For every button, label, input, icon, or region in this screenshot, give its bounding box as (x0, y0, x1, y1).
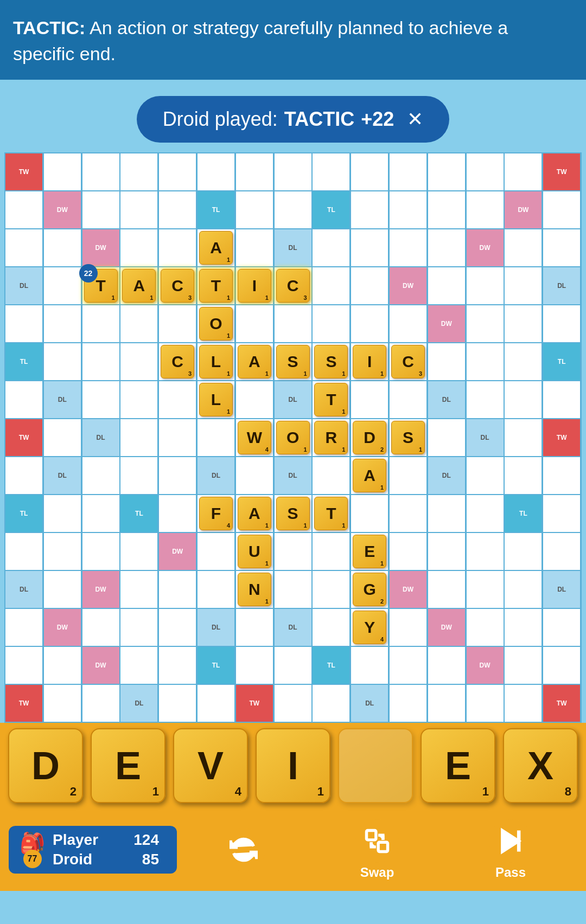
board-cell-7-12[interactable]: DL (467, 419, 504, 456)
board-cell-9-3[interactable]: TL (120, 495, 157, 532)
board-cell-12-3[interactable] (120, 609, 157, 646)
board-cell-5-4[interactable]: C3 (159, 343, 196, 380)
board-cell-9-7[interactable]: S1 (275, 495, 311, 532)
board-cell-7-13[interactable] (505, 419, 542, 456)
board-cell-9-2[interactable] (82, 495, 119, 532)
board-cell-12-10[interactable] (390, 609, 426, 646)
board-cell-3-14[interactable]: DL (543, 267, 580, 304)
board-cell-12-2[interactable] (82, 609, 119, 646)
board-cell-5-0[interactable]: TL (5, 343, 42, 380)
board-cell-9-13[interactable]: TL (505, 495, 542, 532)
board-cell-5-8[interactable]: S1 (313, 343, 349, 380)
board-cell-12-6[interactable] (236, 609, 273, 646)
board-cell-3-11[interactable] (428, 267, 465, 304)
board-cell-2-10[interactable] (390, 229, 426, 266)
board-cell-3-6[interactable]: I1 (236, 267, 273, 304)
board-cell-6-4[interactable] (159, 381, 196, 418)
board-cell-7-2[interactable]: DL (82, 419, 119, 456)
board-cell-14-9[interactable]: DL (351, 685, 388, 722)
rack-tile-2[interactable]: V4 (173, 728, 248, 803)
board-cell-4-7[interactable] (275, 305, 311, 342)
board-cell-12-0[interactable] (5, 609, 42, 646)
board-cell-13-11[interactable] (428, 647, 465, 684)
rack-tile-3[interactable]: I1 (256, 728, 330, 803)
board-cell-3-0[interactable]: DL (5, 267, 42, 304)
board-cell-7-4[interactable] (159, 419, 196, 456)
board-cell-12-4[interactable] (159, 609, 196, 646)
board-cell-13-8[interactable]: TL (313, 647, 349, 684)
board-cell-12-14[interactable] (543, 609, 580, 646)
board-cell-11-1[interactable] (44, 571, 81, 608)
board-cell-11-13[interactable] (505, 571, 542, 608)
board-cell-4-6[interactable] (236, 305, 273, 342)
board-cell-8-12[interactable] (467, 457, 504, 494)
rack-tile-6[interactable]: X8 (503, 728, 578, 803)
board-cell-5-5[interactable]: L1 (198, 343, 234, 380)
board-cell-13-3[interactable] (120, 647, 157, 684)
board-cell-6-9[interactable] (351, 381, 388, 418)
board-cell-8-5[interactable]: DL (198, 457, 234, 494)
rack-tile-4[interactable] (338, 728, 413, 803)
board-cell-8-1[interactable]: DL (44, 457, 81, 494)
board-cell-8-4[interactable] (159, 457, 196, 494)
board-cell-14-14[interactable]: TW (543, 685, 580, 722)
board-cell-8-0[interactable] (5, 457, 42, 494)
board-cell-2-14[interactable] (543, 229, 580, 266)
board-cell-13-10[interactable] (390, 647, 426, 684)
board-cell-1-9[interactable] (351, 191, 388, 228)
board-cell-4-0[interactable] (5, 305, 42, 342)
board-cell-14-11[interactable] (428, 685, 465, 722)
board-cell-4-14[interactable] (543, 305, 580, 342)
board-cell-7-11[interactable] (428, 419, 465, 456)
board-cell-11-5[interactable] (198, 571, 234, 608)
board-cell-13-12[interactable]: DW (467, 647, 504, 684)
board-cell-11-7[interactable] (275, 571, 311, 608)
board-cell-0-7[interactable] (275, 153, 311, 190)
board-cell-1-0[interactable] (5, 191, 42, 228)
board-cell-4-3[interactable] (120, 305, 157, 342)
board-cell-3-4[interactable]: C3 (159, 267, 196, 304)
board-cell-6-12[interactable] (467, 381, 504, 418)
board-cell-2-12[interactable]: DW (467, 229, 504, 266)
board-cell-4-5[interactable]: O1 (198, 305, 234, 342)
board-cell-12-12[interactable] (467, 609, 504, 646)
board-cell-9-14[interactable] (543, 495, 580, 532)
board-cell-7-8[interactable]: R1 (313, 419, 349, 456)
board-cell-4-1[interactable] (44, 305, 81, 342)
board-cell-3-1[interactable] (44, 267, 81, 304)
board-cell-3-7[interactable]: C3 (275, 267, 311, 304)
board-cell-2-7[interactable]: DL (275, 229, 311, 266)
board-cell-7-6[interactable]: W4 (236, 419, 273, 456)
board-cell-2-11[interactable] (428, 229, 465, 266)
board-cell-7-3[interactable] (120, 419, 157, 456)
board-cell-1-12[interactable] (467, 191, 504, 228)
board-cell-5-3[interactable] (120, 343, 157, 380)
board-cell-8-13[interactable] (505, 457, 542, 494)
board-cell-10-14[interactable] (543, 533, 580, 570)
board-cell-6-10[interactable] (390, 381, 426, 418)
board-cell-8-8[interactable] (313, 457, 349, 494)
board-cell-3-13[interactable] (505, 267, 542, 304)
board-cell-14-1[interactable] (44, 685, 81, 722)
board-cell-11-11[interactable] (428, 571, 465, 608)
board-cell-5-7[interactable]: S1 (275, 343, 311, 380)
board-cell-9-6[interactable]: A1 (236, 495, 273, 532)
board-cell-10-6[interactable]: U1 (236, 533, 273, 570)
board-cell-5-14[interactable]: TL (543, 343, 580, 380)
board-cell-11-10[interactable]: DW (390, 571, 426, 608)
board-cell-5-2[interactable] (82, 343, 119, 380)
board-cell-1-3[interactable] (120, 191, 157, 228)
board-cell-5-6[interactable]: A1 (236, 343, 273, 380)
board-cell-1-14[interactable] (543, 191, 580, 228)
swap-button[interactable]: Swap (345, 815, 410, 884)
board-cell-1-6[interactable] (236, 191, 273, 228)
board-cell-1-4[interactable] (159, 191, 196, 228)
refresh-button[interactable] (211, 824, 276, 876)
board-cell-5-1[interactable] (44, 343, 81, 380)
board-cell-3-9[interactable] (351, 267, 388, 304)
board-cell-10-7[interactable] (275, 533, 311, 570)
board-cell-0-10[interactable] (390, 153, 426, 190)
board-cell-10-10[interactable] (390, 533, 426, 570)
board-cell-13-9[interactable] (351, 647, 388, 684)
board-cell-4-13[interactable] (505, 305, 542, 342)
